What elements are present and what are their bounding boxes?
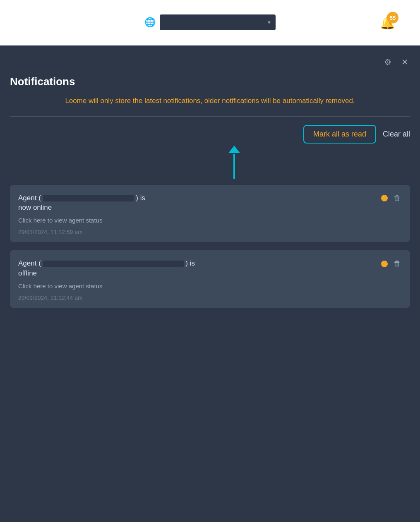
card-timestamp: 29/01/2024, 11:12:44 am (18, 295, 402, 301)
card-header: Agent ( ) isnow online 🗑 (18, 193, 402, 213)
card-title-start: Agent ( (18, 259, 41, 267)
card-timestamp: 29/01/2024, 11:12:59 am (18, 229, 402, 235)
unread-dot (381, 261, 388, 267)
bell-container[interactable]: 🔔 55 (380, 15, 395, 30)
globe-icon: 🌐 (144, 17, 156, 28)
app-header: 🌐 🔔 55 (0, 0, 420, 45)
card-actions: 🗑 (381, 259, 402, 269)
card-agent-name (43, 195, 134, 201)
card-title: Agent ( ) isoffline (18, 259, 374, 278)
card-link[interactable]: Click here to view agent status (18, 283, 402, 290)
header-center: 🌐 (144, 14, 276, 30)
unread-dot (381, 195, 388, 201)
mark-all-read-button[interactable]: Mark all as read (303, 125, 376, 144)
language-select-wrapper[interactable] (160, 14, 276, 30)
language-dropdown[interactable] (160, 14, 276, 30)
notification-card: Agent ( ) isoffline 🗑 Click here to view… (10, 250, 410, 308)
close-button[interactable]: ✕ (400, 55, 410, 69)
delete-notification-button[interactable]: 🗑 (393, 193, 402, 204)
settings-button[interactable]: ⚙ (382, 55, 393, 69)
card-link[interactable]: Click here to view agent status (18, 217, 402, 224)
delete-notification-button[interactable]: 🗑 (393, 259, 402, 269)
card-title: Agent ( ) isnow online (18, 193, 374, 213)
arrow-annotation (228, 146, 240, 179)
card-agent-name (43, 261, 184, 267)
notifications-panel: ⚙ ✕ Notifications Loome will only store … (0, 45, 420, 522)
panel-title: Notifications (10, 75, 410, 88)
divider (10, 116, 410, 117)
card-title-start: Agent ( (18, 194, 41, 202)
clear-all-button[interactable]: Clear all (383, 128, 410, 140)
action-row-wrapper: Mark all as read Clear all (10, 125, 410, 144)
panel-top-actions: ⚙ ✕ (10, 55, 410, 69)
action-row: Mark all as read Clear all (10, 125, 410, 144)
notification-card: Agent ( ) isnow online 🗑 Click here to v… (10, 185, 410, 242)
card-actions: 🗑 (381, 193, 402, 204)
card-header: Agent ( ) isoffline 🗑 (18, 259, 402, 278)
warning-message: Loome will only store the latest notific… (10, 96, 410, 106)
arrow-head (228, 146, 240, 153)
notification-badge: 55 (387, 12, 398, 24)
arrow-shaft (233, 154, 235, 179)
